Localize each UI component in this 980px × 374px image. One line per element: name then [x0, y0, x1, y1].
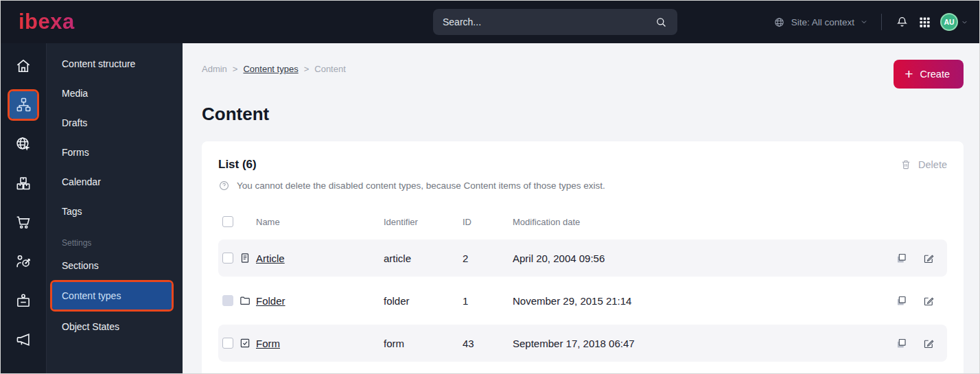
cell-modification-date: November 29, 2015 21:14	[513, 295, 892, 307]
copy-button[interactable]	[892, 292, 920, 310]
table-header: Name Identifier ID Modification date	[218, 209, 947, 234]
content-types-table: Name Identifier ID Modification date	[218, 209, 947, 362]
column-header-id: ID	[463, 217, 513, 227]
row-checkbox[interactable]	[222, 338, 233, 349]
app-grid-icon[interactable]	[918, 16, 931, 29]
topbar-divider	[881, 14, 882, 30]
site-context-selector[interactable]: Site: All context	[773, 16, 868, 29]
personalization-target-icon	[14, 253, 32, 270]
sidebar-item-media[interactable]: Media	[47, 78, 183, 108]
search-input[interactable]	[443, 16, 655, 27]
info-message-text: You cannot delete the disabled content t…	[237, 180, 605, 191]
admin-badge-icon	[14, 292, 32, 309]
nav-storage[interactable]	[1, 163, 46, 202]
trash-icon	[900, 159, 912, 171]
promote-megaphone-icon	[14, 331, 32, 349]
row-checkbox[interactable]	[222, 253, 233, 264]
search-icon[interactable]	[655, 16, 668, 29]
content-type-link[interactable]: Form	[256, 338, 384, 349]
nav-personalization[interactable]	[1, 242, 46, 281]
sidebar-item-calendar[interactable]: Calendar	[47, 167, 183, 196]
annotation-highlight	[8, 89, 39, 121]
nav-admin[interactable]	[1, 281, 46, 320]
info-message: You cannot delete the disabled content t…	[218, 180, 947, 191]
breadcrumb-admin: Admin	[202, 64, 227, 74]
cell-id: 2	[463, 253, 513, 264]
breadcrumb-separator: >	[233, 64, 238, 74]
breadcrumb: Admin > Content types > Content	[202, 64, 346, 74]
home-icon	[14, 57, 32, 75]
select-all-checkbox[interactable]	[222, 216, 233, 227]
nav-site[interactable]	[1, 124, 46, 163]
annotation-highlight: Content types	[50, 280, 174, 312]
row-checkbox-disabled	[222, 295, 233, 306]
topbar-controls: Site: All context AU	[773, 13, 979, 31]
secondary-nav: Content structure Media Drafts Forms Cal…	[47, 43, 183, 373]
breadcrumb-content: Content	[314, 64, 346, 74]
table-row: Article article 2 April 20, 2004 09:56	[218, 239, 947, 277]
plus-icon: +	[905, 67, 913, 81]
copy-button[interactable]	[892, 249, 920, 268]
nav-home[interactable]	[1, 46, 46, 85]
edit-button[interactable]	[920, 249, 947, 268]
content-structure-icon	[15, 96, 32, 113]
create-button[interactable]: + Create	[894, 60, 964, 89]
column-header-identifier: Identifier	[384, 217, 463, 227]
form-icon	[239, 337, 256, 349]
notifications-bell-icon[interactable]	[895, 15, 909, 30]
sidebar-item-content-structure[interactable]: Content structure	[47, 49, 183, 78]
sidebar-item-forms[interactable]: Forms	[47, 137, 183, 167]
edit-button[interactable]	[920, 292, 947, 310]
breadcrumb-separator: >	[304, 64, 310, 74]
question-circle-icon	[218, 180, 230, 191]
column-header-name: Name	[256, 217, 384, 227]
page-title: Content	[202, 104, 964, 125]
site-context-label: Site: All context	[791, 17, 854, 27]
folder-icon	[239, 294, 256, 307]
storage-boxes-icon	[14, 174, 32, 192]
nav-content-structure[interactable]	[1, 85, 46, 124]
edit-button[interactable]	[920, 334, 947, 353]
list-heading: List (6)	[218, 158, 257, 172]
user-avatar[interactable]: AU	[940, 13, 958, 31]
article-icon	[239, 252, 256, 264]
content-type-link[interactable]: Folder	[256, 295, 384, 307]
app-window: ibexa Site: All context	[0, 0, 980, 374]
copy-button[interactable]	[892, 334, 920, 353]
global-search[interactable]	[433, 9, 677, 35]
ibexa-logo[interactable]: ibexa	[1, 10, 75, 34]
cell-modification-date: September 17, 2018 06:47	[513, 338, 892, 349]
cell-identifier: folder	[384, 295, 463, 307]
nav-promote[interactable]	[1, 320, 46, 359]
nav-commerce[interactable]	[1, 202, 46, 242]
user-menu[interactable]: AU	[940, 13, 968, 31]
cell-id: 43	[463, 338, 513, 349]
chevron-down-icon	[860, 18, 868, 26]
active-nav-tile[interactable]	[10, 91, 37, 119]
main-content: Admin > Content types > Content + Create…	[183, 43, 979, 373]
sidebar-item-tags[interactable]: Tags	[47, 196, 183, 226]
sidebar-item-content-types[interactable]: Content types	[52, 282, 172, 309]
cell-identifier: form	[384, 338, 463, 349]
top-bar: ibexa Site: All context	[1, 1, 979, 43]
delete-button[interactable]: Delete	[900, 159, 947, 171]
create-button-label: Create	[920, 69, 950, 80]
sidebar-item-drafts[interactable]: Drafts	[47, 108, 183, 137]
site-globe-icon	[14, 135, 32, 153]
sidebar-item-object-states[interactable]: Object States	[47, 312, 183, 341]
settings-section-label: Settings	[47, 235, 183, 250]
cell-id: 1	[463, 295, 513, 307]
table-row: Form form 43 September 17, 2018 06:47	[218, 325, 947, 362]
chevron-down-icon	[961, 19, 968, 26]
content-types-list-card: List (6) Delete	[202, 141, 964, 374]
breadcrumb-content-types[interactable]: Content types	[243, 64, 298, 74]
content-type-link[interactable]: Article	[256, 253, 384, 264]
primary-nav	[1, 43, 47, 373]
sidebar-item-sections[interactable]: Sections	[47, 250, 183, 280]
cell-identifier: article	[384, 253, 463, 264]
commerce-cart-icon	[14, 213, 32, 231]
delete-button-label: Delete	[918, 159, 947, 170]
column-header-modification-date: Modification date	[513, 217, 892, 227]
cell-modification-date: April 20, 2004 09:56	[513, 253, 892, 264]
globe-icon	[773, 16, 786, 29]
